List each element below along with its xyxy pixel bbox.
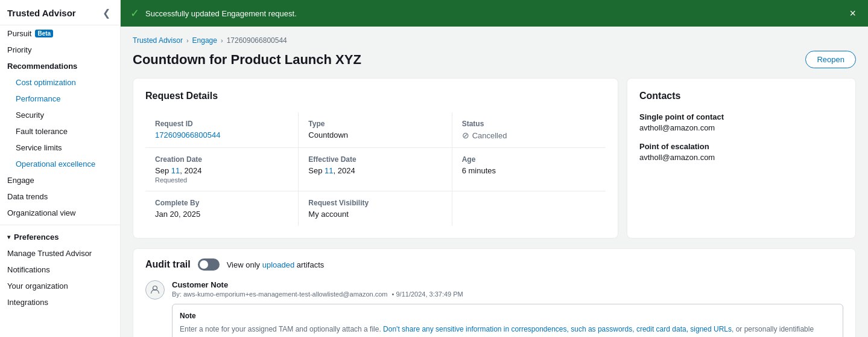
audit-trail-card: Audit trail View only uploaded artifacts	[133, 248, 856, 337]
creation-date-value: Sep 11, 2024	[155, 166, 288, 175]
data-trends-label: Data trends	[7, 192, 48, 201]
cancelled-icon: ⊘	[462, 130, 469, 140]
toggle-link-uploaded[interactable]: uploaded	[262, 260, 295, 269]
audit-toggle[interactable]	[198, 258, 220, 271]
sidebar-item-data-trends[interactable]: Data trends	[0, 188, 120, 205]
audit-entry-content: Customer Note By: aws-kumo-emporium+es-m…	[172, 280, 843, 337]
field-type: Type Countdown	[299, 112, 452, 147]
field-creation-date: Creation Date Sep 11, 2024 Requested	[145, 148, 299, 191]
toast-notification: ✓ Successfully updated Engagement reques…	[121, 0, 868, 27]
status-badge: ⊘ Cancelled	[462, 130, 507, 140]
sidebar-item-manage-trusted-advisor[interactable]: Manage Trusted Advisor	[0, 245, 120, 262]
effective-date-link[interactable]: 11	[325, 166, 333, 175]
sidebar-item-organizational-view[interactable]: Organizational view	[0, 205, 120, 221]
sidebar-item-recommendations[interactable]: Recommendations	[0, 58, 120, 74]
preferences-arrow: ▾	[7, 234, 10, 240]
field-complete-by: Complete By Jan 20, 2025	[145, 191, 299, 226]
sidebar-item-operational-excellence[interactable]: Operational excellence	[0, 156, 120, 172]
contact-email-1: avtholl@amazon.com	[639, 123, 843, 132]
audit-entry: Customer Note By: aws-kumo-emporium+es-m…	[145, 280, 843, 337]
request-fields-row-2: Creation Date Sep 11, 2024 Requested Eff…	[145, 148, 606, 191]
pursuit-beta-badge: Beta	[35, 30, 53, 37]
audit-entry-by: By: aws-kumo-emporium+es-management-test…	[172, 290, 388, 298]
sidebar-header: Trusted Advisor ❮	[0, 0, 120, 25]
status-text: Cancelled	[472, 131, 507, 140]
sidebar-item-engage[interactable]: Engage	[0, 172, 120, 188]
cost-optimization-label: Cost optimization	[16, 78, 76, 87]
sidebar-item-your-organization[interactable]: Your organization	[0, 278, 120, 294]
contacts-title: Contacts	[639, 91, 843, 101]
note-hint-link[interactable]: Don't share any sensitive information in…	[383, 325, 732, 333]
audit-entry-meta: By: aws-kumo-emporium+es-management-test…	[172, 290, 843, 298]
breadcrumb: Trusted Advisor › Engage › 1726090668005…	[133, 36, 856, 45]
creation-date-link[interactable]: 11	[171, 166, 180, 175]
sidebar-preferences-header[interactable]: ▾ Preferences	[0, 229, 120, 245]
toggle-slider	[198, 258, 220, 271]
breadcrumb-trusted-advisor[interactable]: Trusted Advisor	[133, 36, 183, 45]
integrations-label: Integrations	[7, 298, 48, 307]
audit-entry-date: • 9/11/2024, 3:37:49 PM	[392, 290, 463, 298]
sidebar-item-notifications[interactable]: Notifications	[0, 262, 120, 278]
breadcrumb-sep-2: ›	[221, 37, 223, 44]
cards-row: Request Details Request ID 1726090668005…	[133, 78, 856, 239]
request-details-title: Request Details	[145, 91, 606, 101]
content-area: Trusted Advisor › Engage › 1726090668005…	[121, 27, 868, 337]
field-effective-date: Effective Date Sep 11, 2024	[299, 148, 452, 191]
note-textarea-wrapper: Note Enter a note for your assigned TAM …	[172, 304, 843, 337]
reopen-button[interactable]: Reopen	[805, 51, 856, 68]
page-title-row: Countdown for Product Launch XYZ Reopen	[133, 51, 856, 68]
manage-trusted-advisor-label: Manage Trusted Advisor	[7, 249, 92, 258]
breadcrumb-sep-1: ›	[186, 37, 189, 44]
field-status: Status ⊘ Cancelled	[452, 112, 606, 147]
age-value: 6 minutes	[462, 166, 596, 175]
sidebar-collapse-button[interactable]: ❮	[100, 6, 113, 20]
sidebar-item-service-limits[interactable]: Service limits	[0, 140, 120, 156]
sidebar-item-performance[interactable]: Performance	[0, 91, 120, 107]
breadcrumb-engage[interactable]: Engage	[192, 36, 217, 45]
fault-tolerance-label: Fault tolerance	[16, 127, 68, 136]
field-request-visibility: Request Visibility My account	[299, 191, 452, 226]
operational-excellence-label: Operational excellence	[16, 159, 95, 168]
request-id-label: Request ID	[155, 120, 288, 128]
toast-content: ✓ Successfully updated Engagement reques…	[130, 7, 297, 20]
note-hint-link-signed-urls[interactable]: signed URLs	[690, 325, 732, 333]
request-visibility-value: My account	[308, 210, 442, 219]
preferences-label: Preferences	[14, 233, 59, 242]
sidebar-divider	[0, 225, 120, 225]
toast-message: Successfully updated Engagement request.	[145, 9, 297, 18]
effective-date-label: Effective Date	[308, 155, 442, 164]
contact-email-2: avtholl@amazon.com	[639, 153, 843, 162]
engage-label: Engage	[7, 176, 34, 185]
sidebar-item-integrations[interactable]: Integrations	[0, 294, 120, 310]
your-organization-label: Your organization	[7, 281, 68, 290]
sidebar-item-cost-optimization[interactable]: Cost optimization	[0, 74, 120, 91]
organizational-view-label: Organizational view	[7, 208, 75, 217]
request-visibility-label: Request Visibility	[308, 199, 442, 207]
pursuit-label: Pursuit	[7, 29, 31, 38]
creation-date-sub: Requested	[155, 176, 288, 184]
audit-header: Audit trail View only uploaded artifacts	[145, 258, 843, 271]
page-title: Countdown for Product Launch XYZ	[133, 52, 361, 68]
request-details-card: Request Details Request ID 1726090668005…	[133, 78, 618, 239]
note-hint: Enter a note for your assigned TAM and o…	[180, 324, 835, 337]
type-label: Type	[308, 120, 442, 128]
sidebar-item-fault-tolerance[interactable]: Fault tolerance	[0, 123, 120, 140]
field-age: Age 6 minutes	[452, 148, 606, 191]
field-empty	[452, 191, 606, 226]
sidebar-item-priority[interactable]: Priority	[0, 42, 120, 58]
audit-title: Audit trail	[145, 259, 191, 270]
effective-date-value: Sep 11, 2024	[308, 166, 442, 175]
request-id-link[interactable]: 172609066800544	[155, 130, 220, 140]
sidebar-item-pursuit[interactable]: Pursuit Beta	[0, 25, 120, 42]
sidebar-item-security[interactable]: Security	[0, 107, 120, 123]
main-content: ✓ Successfully updated Engagement reques…	[121, 0, 868, 337]
complete-by-label: Complete By	[155, 199, 288, 207]
toast-close-button[interactable]: ×	[847, 7, 858, 20]
request-id-value: 172609066800544	[155, 130, 288, 140]
creation-date-label: Creation Date	[155, 155, 288, 164]
security-label: Security	[16, 111, 44, 120]
avatar	[145, 280, 165, 300]
service-limits-label: Service limits	[16, 143, 62, 152]
sidebar: Trusted Advisor ❮ Pursuit Beta Priority …	[0, 0, 121, 337]
breadcrumb-current: 172609066800544	[227, 36, 287, 45]
